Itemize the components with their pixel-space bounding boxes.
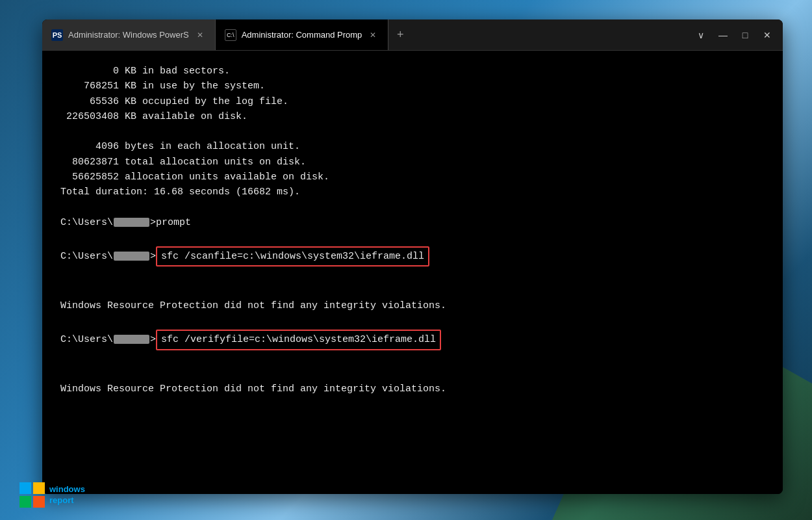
verifyfile-command-box: sfc /verifyfile=c:\windows\system32\iefr… bbox=[156, 330, 441, 350]
svg-rect-2 bbox=[19, 496, 31, 508]
terminal-prompt-2: C:\Users\>sfc /scanfile=c:\windows\syste… bbox=[60, 245, 765, 268]
terminal-result-1: Windows Resource Protection did not find… bbox=[60, 298, 765, 313]
windows-report-text: windows report bbox=[49, 484, 85, 506]
scanfile-command-box: sfc /scanfile=c:\windows\system32\iefram… bbox=[156, 246, 429, 266]
tab-cmd[interactable]: C:\ Administrator: Command Promp ✕ bbox=[216, 20, 389, 50]
terminal-content: 0 KB in bad sectors. 768251 KB in use by… bbox=[42, 51, 783, 494]
tab-strip: PS Administrator: Windows PowerS ✕ C:\ A… bbox=[42, 20, 685, 50]
titlebar: PS Administrator: Windows PowerS ✕ C:\ A… bbox=[42, 20, 783, 51]
powershell-icon: PS bbox=[51, 29, 63, 41]
tab-cmd-label: Administrator: Command Promp bbox=[242, 30, 362, 40]
blank-1 bbox=[60, 124, 765, 139]
terminal-line-bytes: 4096 bytes in each allocation unit. bbox=[60, 139, 765, 154]
blank-3 bbox=[60, 230, 765, 245]
terminal-line-in-use: 768251 KB in use by the system. bbox=[60, 79, 765, 94]
tab-powershell-label: Administrator: Windows PowerS bbox=[68, 30, 189, 40]
minimize-button[interactable]: — bbox=[713, 25, 733, 46]
terminal-prompt-3: C:\Users\>sfc /verifyfile=c:\windows\sys… bbox=[60, 328, 765, 351]
windows-logo-icon bbox=[19, 482, 45, 508]
windows-report-watermark: windows report bbox=[19, 482, 85, 508]
tab-powershell[interactable]: PS Administrator: Windows PowerS ✕ bbox=[42, 20, 216, 50]
terminal-line-available: 226503408 KB available on disk. bbox=[60, 109, 765, 124]
terminal-line-avail-alloc: 56625852 allocation units available on d… bbox=[60, 170, 765, 185]
terminal-window: PS Administrator: Windows PowerS ✕ C:\ A… bbox=[42, 20, 783, 494]
tab-cmd-close[interactable]: ✕ bbox=[367, 29, 379, 41]
blank-4 bbox=[60, 268, 765, 283]
blank-5 bbox=[60, 283, 765, 298]
blank-8 bbox=[60, 367, 765, 382]
terminal-line-log-file: 65536 KB occupied by the log file. bbox=[60, 94, 765, 109]
blurred-username-2 bbox=[114, 252, 149, 261]
blurred-username-1 bbox=[114, 218, 149, 227]
svg-rect-1 bbox=[33, 482, 45, 494]
terminal-prompt-1: C:\Users\>prompt bbox=[60, 215, 765, 230]
svg-rect-3 bbox=[33, 496, 45, 508]
cmd-icon: C:\ bbox=[225, 29, 236, 41]
close-button[interactable]: ✕ bbox=[757, 25, 778, 46]
svg-rect-0 bbox=[19, 482, 31, 494]
terminal-line-duration: Total duration: 16.68 seconds (16682 ms)… bbox=[60, 185, 765, 200]
tab-powershell-close[interactable]: ✕ bbox=[194, 29, 206, 41]
titlebar-actions: ∨ — □ ✕ bbox=[685, 25, 783, 46]
terminal-line-total-alloc: 80623871 total allocation units on disk. bbox=[60, 155, 765, 170]
blank-6 bbox=[60, 313, 765, 328]
blank-2 bbox=[60, 200, 765, 214]
dropdown-button[interactable]: ∨ bbox=[691, 25, 711, 46]
terminal-result-2: Windows Resource Protection did not find… bbox=[60, 382, 765, 396]
maximize-button[interactable]: □ bbox=[735, 25, 755, 46]
blurred-username-3 bbox=[114, 335, 149, 344]
new-tab-button[interactable]: + bbox=[388, 20, 412, 50]
terminal-line-bad-sectors: 0 KB in bad sectors. bbox=[60, 64, 765, 79]
blank-7 bbox=[60, 352, 765, 367]
